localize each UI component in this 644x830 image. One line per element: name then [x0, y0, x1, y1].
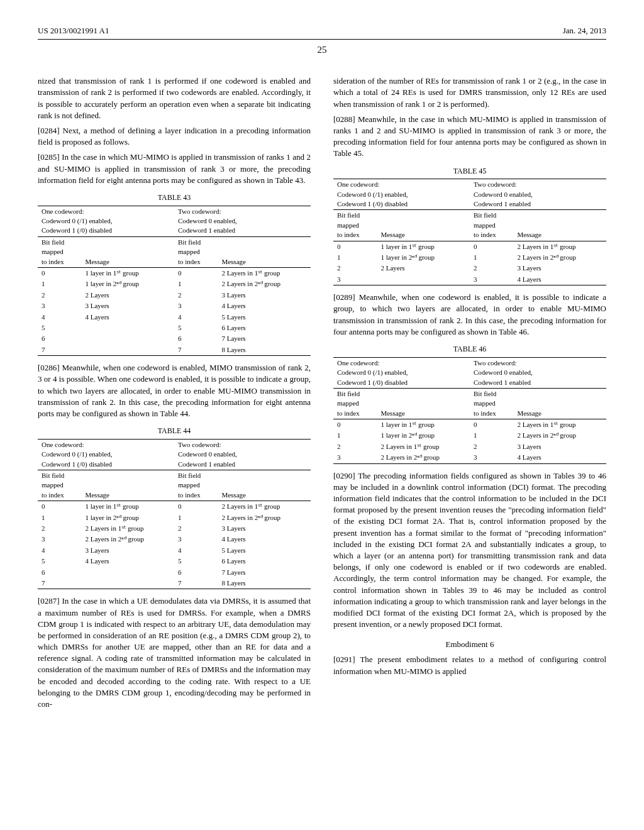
para-0288-text: Meanwhile, in the case in which MU-MIMO … [333, 114, 606, 158]
para-0287: [0287] In the case in which a UE demodul… [38, 595, 311, 710]
header-pub-number: US 2013/0021991 A1 [38, 25, 109, 36]
para-0290: [0290] The precoding information fields … [333, 470, 606, 631]
column-right: sideration of the number of REs for tran… [333, 75, 606, 714]
table-46-caption: TABLE 46 [333, 344, 606, 355]
para-num-0286: [0286] [38, 363, 60, 372]
para-intro: nized that transmission of rank 1 is per… [38, 75, 311, 121]
page-number: 25 [38, 43, 606, 57]
para-num-0288: [0288] [333, 114, 355, 124]
para-num-0291: [0291] [333, 655, 355, 664]
table-45: One codeword: Codeword 0 (/1) enabled, C… [333, 179, 606, 285]
para-num-0287: [0287] [38, 596, 60, 606]
header-date: Jan. 24, 2013 [563, 25, 606, 36]
para-0284-text: Next, a method of defining a layer indic… [38, 126, 311, 147]
page-header: US 2013/0021991 A1 Jan. 24, 2013 [38, 25, 606, 40]
para-num-0290: [0290] [333, 471, 355, 480]
para-0289: [0289] Meanwhile, when one codeword is e… [333, 292, 606, 338]
para-0286-text: Meanwhile, when one codeword is enabled,… [38, 363, 311, 418]
para-0287-text: In the case in which a UE demodulates da… [38, 596, 311, 709]
para-cont: sideration of the number of REs for tran… [333, 75, 606, 110]
table-44: One codeword: Codeword 0 (/1) enabled, C… [38, 439, 311, 589]
para-0286: [0286] Meanwhile, when one codeword is e… [38, 362, 311, 419]
para-num-0285: [0285] [38, 152, 60, 162]
table-43-caption: TABLE 43 [38, 192, 311, 203]
table-43: One codeword: Codeword 0 (/1) enabled, C… [38, 206, 311, 356]
table-44-caption: TABLE 44 [38, 426, 311, 436]
para-0290-text: The precoding information fields configu… [333, 471, 606, 629]
para-num-0284: [0284] [38, 126, 60, 135]
table-46: One codeword: Codeword 0 (/1) enabled, C… [333, 357, 606, 464]
embodiment-heading: Embodiment 6 [333, 639, 606, 650]
para-0285: [0285] In the case in which MU-MIMO is a… [38, 152, 311, 186]
para-0291: [0291] The present embodiment relates to… [333, 654, 606, 677]
column-left: nized that transmission of rank 1 is per… [38, 75, 311, 714]
para-0285-text: In the case in which MU-MIMO is applied … [38, 152, 311, 184]
para-0289-text: Meanwhile, when one codeword is enabled,… [333, 292, 606, 336]
para-num-0289: [0289] [333, 292, 355, 302]
para-0284: [0284] Next, a method of defining a laye… [38, 125, 311, 148]
table-45-caption: TABLE 45 [333, 166, 606, 177]
para-0288: [0288] Meanwhile, in the case in which M… [333, 114, 606, 160]
para-0291-text: The present embodiment relates to a meth… [333, 655, 606, 675]
